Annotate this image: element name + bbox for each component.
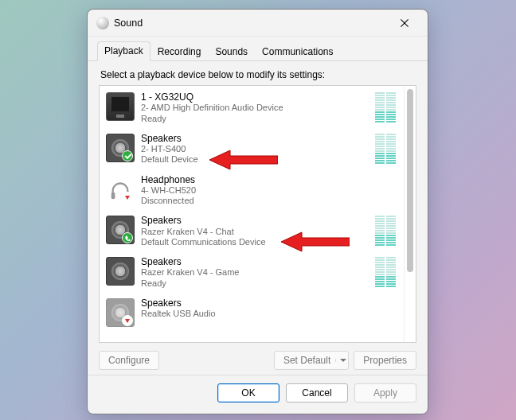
dialog-button-row: OK Cancel Apply (88, 375, 428, 410)
device-subtitle: Razer Kraken V4 - Chat (141, 227, 369, 237)
prompt-text: Select a playback device below to modify… (88, 61, 428, 85)
device-name: Headphones (141, 174, 397, 185)
list-button-row: Configure Set Default Properties (88, 343, 428, 375)
device-text: Speakers2- HT-S400Default Device (141, 132, 369, 165)
default-check-icon (122, 150, 133, 161)
svg-rect-1 (111, 192, 115, 198)
device-row[interactable]: SpeakersRazer Kraken V4 - GameReady (100, 251, 404, 293)
device-text: SpeakersRazer Kraken V4 - ChatDefault Co… (141, 214, 369, 247)
device-status: Ready (141, 278, 369, 289)
device-subtitle: Realtek USB Audio (141, 309, 397, 319)
device-name: Speakers (141, 215, 369, 226)
level-meter (375, 216, 396, 246)
device-subtitle: 2- AMD High Definition Audio Device (141, 103, 369, 113)
download-icon (122, 192, 133, 203)
close-button[interactable] (388, 12, 421, 34)
device-text: 1 - XG32UQ2- AMD High Definition Audio D… (141, 91, 369, 124)
device-name: Speakers (141, 298, 397, 309)
device-row[interactable]: Headphones4- WH-CH520Disconnected (100, 169, 404, 211)
properties-button[interactable]: Properties (354, 351, 416, 370)
device-name: 1 - XG32UQ (141, 91, 369, 103)
device-row[interactable]: SpeakersRazer Kraken V4 - ChatDefault Co… (100, 210, 404, 251)
device-list-wrap: 1 - XG32UQ2- AMD High Definition Audio D… (99, 85, 416, 343)
scrollbar[interactable] (404, 86, 416, 342)
device-row[interactable]: 1 - XG32UQ2- AMD High Definition Audio D… (100, 88, 404, 128)
apply-button[interactable]: Apply (354, 383, 416, 402)
device-subtitle: 2- HT-S400 (141, 144, 369, 154)
download-icon (122, 315, 133, 326)
close-icon (401, 19, 408, 27)
ok-button[interactable]: OK (217, 383, 280, 402)
speaker-icon (106, 257, 135, 286)
device-status: Default Device (141, 154, 369, 165)
device-row[interactable]: Speakers2- HT-S400Default Device (100, 128, 404, 169)
configure-button[interactable]: Configure (99, 351, 159, 370)
cancel-button[interactable]: Cancel (286, 383, 348, 402)
set-default-button[interactable]: Set Default (274, 351, 349, 370)
sound-app-icon (96, 17, 109, 29)
device-text: SpeakersRazer Kraken V4 - GameReady (141, 255, 369, 289)
device-text: Headphones4- WH-CH520Disconnected (141, 173, 397, 207)
window-title: Sound (114, 18, 143, 29)
sound-dialog: Sound Playback Recording Sounds Communic… (87, 9, 428, 414)
set-default-label: Set Default (283, 355, 330, 366)
tabs: Playback Recording Sounds Communications (88, 37, 428, 61)
device-name: Speakers (141, 133, 369, 144)
device-status: Ready (141, 114, 369, 124)
scroll-thumb[interactable] (407, 89, 413, 272)
tab-recording[interactable]: Recording (150, 41, 209, 61)
monitor-icon (106, 92, 135, 121)
device-text: SpeakersRealtek USB Audio (141, 297, 397, 320)
level-meter (375, 92, 396, 122)
device-name: Speakers (141, 256, 369, 267)
device-status: Default Communications Device (141, 237, 369, 247)
device-subtitle: Razer Kraken V4 - Game (141, 267, 369, 278)
level-meter (375, 257, 396, 287)
device-row[interactable]: SpeakersRealtek USB Audio (100, 293, 404, 331)
device-status: Disconnected (141, 196, 397, 206)
tab-communications[interactable]: Communications (255, 41, 340, 61)
chevron-down-icon[interactable] (335, 359, 345, 362)
tab-playback[interactable]: Playback (97, 41, 150, 61)
device-subtitle: 4- WH-CH520 (141, 185, 397, 196)
level-meter (375, 134, 396, 164)
titlebar: Sound (88, 10, 428, 37)
tab-sounds[interactable]: Sounds (208, 41, 255, 61)
device-list[interactable]: 1 - XG32UQ2- AMD High Definition Audio D… (100, 86, 404, 342)
